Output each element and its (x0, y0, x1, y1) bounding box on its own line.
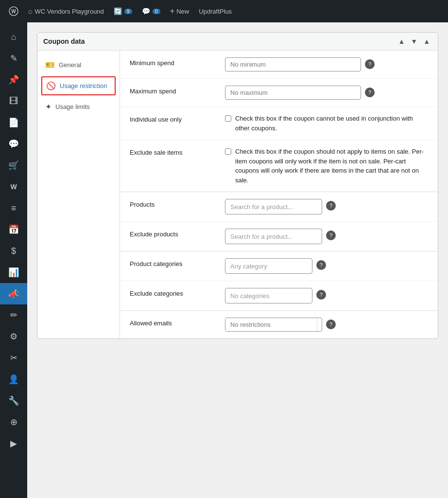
products-placeholder: Search for a product... (230, 203, 293, 211)
product-categories-label: Product categories (130, 258, 217, 267)
restriction-icon: 🚫 (46, 81, 56, 90)
limits-icon: ✦ (45, 102, 52, 111)
allowed-emails-help[interactable]: ? (326, 320, 336, 329)
maximum-spend-input[interactable] (225, 86, 361, 100)
exclude-categories-row: Exclude categories No categories ? (120, 281, 438, 310)
exclude-categories-select[interactable]: No categories (225, 288, 312, 303)
sidebar-item-scissors[interactable]: ✂ (0, 347, 27, 369)
minimum-spend-help[interactable]: ? (365, 59, 375, 69)
svg-text:W: W (11, 9, 16, 14)
sidebar-item-pages[interactable]: 📄 (0, 112, 27, 133)
updates-button[interactable]: 🔄 9 (110, 0, 136, 22)
products-row: Products Search for a product... ? (120, 192, 438, 222)
tabs-panel: 🎫 General 🚫 Usage restriction ✦ Usage li… (37, 51, 120, 338)
exclude-sale-row: Exclude sale items Check this box if the… (120, 140, 438, 192)
allowed-emails-row: Allowed emails ⊞ ? (120, 311, 438, 338)
collapse-up-button[interactable]: ▲ (396, 36, 407, 46)
comments-count: 0 (153, 9, 160, 14)
spend-section: Minimum spend ? Maximum spend ? (120, 51, 438, 192)
coupon-box-header: Coupon data ▲ ▼ ▲ (37, 33, 438, 51)
exclude-sale-label: Exclude sale items (130, 147, 217, 156)
tab-usage-restriction[interactable]: 🚫 Usage restriction (41, 76, 116, 95)
coupon-content: 🎫 General 🚫 Usage restriction ✦ Usage li… (37, 51, 438, 338)
allowed-emails-label: Allowed emails (130, 318, 217, 327)
site-name[interactable]: ⌂ WC Vendors Playground (24, 0, 108, 22)
individual-use-row: Individual use only Check this box if th… (120, 107, 438, 140)
exclude-products-row: Exclude products Search for a product...… (120, 222, 438, 251)
sidebar-item-woo[interactable]: 🛒 (0, 155, 27, 176)
exclude-categories-label: Exclude categories (130, 288, 217, 297)
allowed-emails-input[interactable] (225, 318, 317, 331)
sidebar-item-tools[interactable]: ⚙ (0, 326, 27, 347)
admin-sidebar: ⌂ ✎ 📌 🎞 📄 💬 🛒 W ≡ 📅 $ 📊 📣 ✏ ⚙ ✂ 👤 🔧 ⊕ ▶ (0, 22, 27, 498)
sidebar-item-menu[interactable]: ≡ (0, 197, 27, 219)
tab-usage-restriction-label: Usage restriction (60, 82, 107, 89)
updraftplus-link[interactable]: UpdraftPlus (195, 0, 236, 22)
maximum-spend-row: Maximum spend ? (120, 79, 438, 107)
collapse-down-button[interactable]: ▼ (409, 36, 419, 46)
products-search[interactable]: Search for a product... (225, 199, 322, 214)
form-panel: Minimum spend ? Maximum spend ? (120, 51, 438, 338)
maximum-spend-help[interactable]: ? (365, 88, 375, 97)
individual-use-label: Individual use only (130, 114, 217, 123)
exclude-categories-placeholder: No categories (230, 292, 269, 300)
sidebar-item-pin[interactable]: 📌 (0, 69, 27, 90)
sidebar-item-pencil[interactable]: ✏ (0, 304, 27, 326)
exclude-products-control: Search for a product... ? (225, 229, 428, 244)
allowed-emails-icon: ⊞ (317, 318, 322, 331)
products-label: Products (130, 199, 217, 208)
exclude-sale-checkbox[interactable] (225, 148, 231, 155)
wp-logo[interactable]: W (5, 0, 22, 22)
categories-section: Product categories Any category ? Exclud… (120, 251, 438, 311)
individual-use-control: Check this box if the coupon cannot be u… (225, 114, 428, 133)
maximum-spend-control: ? (225, 86, 428, 100)
tab-general[interactable]: 🎫 General (37, 55, 120, 74)
exclude-products-placeholder: Search for a product... (230, 233, 293, 240)
tab-usage-limits[interactable]: ✦ Usage limits (37, 97, 120, 116)
sidebar-item-settings[interactable]: 🔧 (0, 390, 27, 411)
sidebar-item-users[interactable]: 👤 (0, 369, 27, 390)
exclude-categories-help[interactable]: ? (316, 290, 326, 300)
minimum-spend-label: Minimum spend (130, 57, 217, 67)
allowed-emails-field[interactable]: ⊞ (225, 318, 322, 332)
exclude-products-help[interactable]: ? (326, 231, 336, 240)
sidebar-item-comments[interactable]: 💬 (0, 133, 27, 155)
tab-general-label: General (59, 61, 81, 69)
product-categories-select[interactable]: Any category (225, 258, 312, 274)
sidebar-item-dollar[interactable]: $ (0, 240, 27, 262)
individual-use-text: Check this box if the coupon cannot be u… (235, 114, 428, 133)
sidebar-item-add-plugin[interactable]: ⊕ (0, 411, 27, 433)
exclude-categories-control: No categories ? (225, 288, 428, 303)
exclude-products-label: Exclude products (130, 229, 217, 238)
products-help[interactable]: ? (326, 201, 336, 211)
box-controls: ▲ ▼ ▲ (396, 36, 432, 46)
coupon-box-title: Coupon data (43, 37, 85, 45)
maximum-spend-label: Maximum spend (130, 86, 217, 95)
sidebar-item-posts[interactable]: ✎ (0, 48, 27, 69)
minimum-spend-input[interactable] (225, 57, 361, 71)
product-categories-control: Any category ? (225, 258, 428, 274)
main-content: Coupon data ▲ ▼ ▲ 🎫 General 🚫 Usage rest… (27, 22, 448, 498)
updates-count: 9 (124, 9, 132, 14)
product-categories-row: Product categories Any category ? (120, 251, 438, 281)
sidebar-item-megaphone[interactable]: 📣 (0, 283, 27, 304)
individual-use-checkbox[interactable] (225, 115, 231, 122)
toggle-button[interactable]: ▲ (421, 36, 432, 46)
product-categories-placeholder: Any category (230, 263, 267, 270)
comments-button[interactable]: 💬 0 (138, 0, 164, 22)
sidebar-item-dashboard[interactable]: ⌂ (0, 26, 27, 48)
sidebar-item-media[interactable]: 🎞 (0, 90, 27, 112)
admin-bar: W ⌂ WC Vendors Playground 🔄 9 💬 0 + New … (0, 0, 448, 22)
tab-usage-limits-label: Usage limits (55, 103, 90, 110)
sidebar-item-calendar[interactable]: 📅 (0, 219, 27, 240)
emails-section: Allowed emails ⊞ ? (120, 311, 438, 338)
product-categories-help[interactable]: ? (316, 260, 326, 270)
exclude-products-search[interactable]: Search for a product... (225, 229, 322, 244)
sidebar-item-chart[interactable]: 📊 (0, 262, 27, 283)
allowed-emails-control: ⊞ ? (225, 318, 428, 332)
minimum-spend-row: Minimum spend ? (120, 51, 438, 79)
sidebar-item-woo2[interactable]: W (0, 176, 27, 197)
products-section: Products Search for a product... ? Exclu… (120, 192, 438, 251)
new-content-button[interactable]: + New (166, 0, 193, 22)
sidebar-item-play[interactable]: ▶ (0, 433, 27, 454)
